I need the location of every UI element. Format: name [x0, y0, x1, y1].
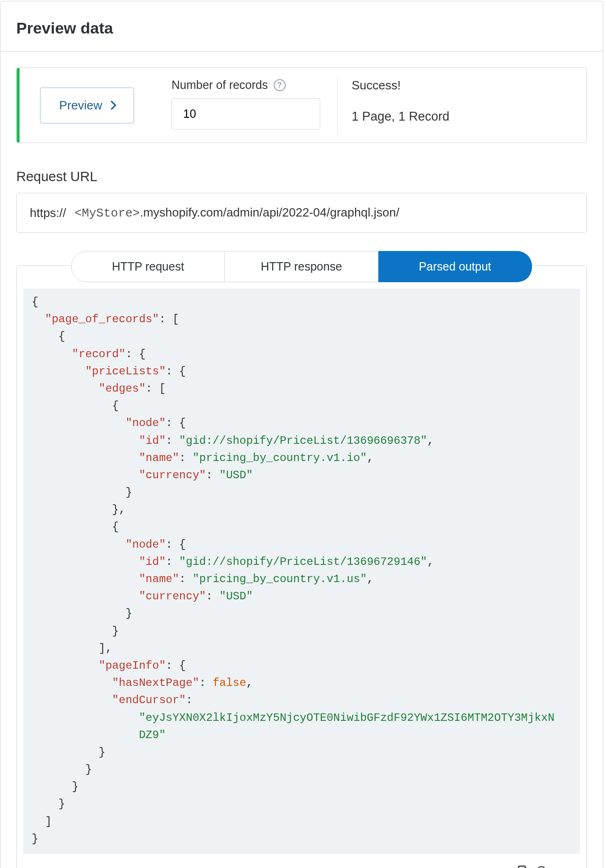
status-detail: 1 Page, 1 Record — [351, 109, 572, 124]
panel-header: Preview data — [0, 1, 603, 52]
json-key: "endCursor" — [112, 694, 186, 706]
request-url-scheme: https:// — [30, 206, 66, 220]
panel-title: Preview data — [16, 19, 587, 37]
json-key: "priceLists" — [85, 365, 166, 378]
request-url-path: .myshopify.com/admin/api/2022-04/graphql… — [140, 205, 399, 219]
preview-controls-row: Preview Number of records ? Success! 1 P… — [16, 68, 587, 143]
json-string: "gid://shopify/PriceList/13696729146" — [179, 556, 427, 568]
json-key: "pageInfo" — [99, 659, 166, 672]
json-bool: false — [213, 677, 246, 689]
request-url-section: Request URL https:// <MyStore>.myshopify… — [16, 169, 587, 233]
json-key: "name" — [139, 452, 179, 464]
number-of-records-input[interactable] — [171, 98, 320, 129]
json-string: "USD" — [219, 590, 253, 603]
tab-http-response[interactable]: HTTP response — [225, 251, 378, 282]
json-key: "node" — [126, 417, 166, 429]
copy-button-label: Copy — [537, 863, 565, 868]
copy-row: Copy — [17, 854, 586, 868]
request-url-title: Request URL — [16, 169, 587, 184]
number-of-records-label: Number of records — [171, 78, 268, 92]
json-string: "eyJsYXN0X2lkIjoxMzY5NjcyOTE0NiwibGFzdF9… — [139, 712, 554, 724]
json-string: "pricing_by_country.v1.io" — [193, 452, 367, 464]
status-cell: Success! 1 Page, 1 Record — [337, 68, 586, 142]
json-key: "hasNextPage" — [112, 677, 199, 689]
json-key: "edges" — [99, 382, 146, 395]
preview-button[interactable]: Preview — [40, 88, 134, 123]
request-url-box[interactable]: https:// <MyStore>.myshopify.com/admin/a… — [16, 193, 587, 233]
number-of-records-cell: Number of records ? — [155, 68, 337, 142]
json-key: "page_of_records" — [45, 313, 159, 326]
request-url-value: <MyStore>.myshopify.com/admin/api/2022-0… — [74, 205, 399, 220]
json-key: "currency" — [139, 469, 206, 481]
json-key: "id" — [139, 556, 166, 568]
json-string: "USD" — [219, 469, 253, 481]
json-string: "gid://shopify/PriceList/13696696378" — [179, 434, 427, 447]
parsed-output-code[interactable]: { "page_of_records": [ { "record": { "pr… — [23, 289, 580, 854]
json-key: "record" — [72, 348, 125, 360]
json-string: DZ9" — [139, 729, 166, 741]
preview-data-panel: Preview data Preview Number of records ?… — [0, 1, 603, 868]
tab-parsed-output[interactable]: Parsed output — [378, 251, 532, 282]
output-tabs: HTTP request HTTP response Parsed output — [17, 251, 586, 282]
preview-button-label: Preview — [59, 98, 102, 113]
help-icon[interactable]: ? — [274, 79, 286, 91]
json-key: "name" — [139, 573, 179, 585]
output-panel: HTTP request HTTP response Parsed output… — [16, 265, 587, 868]
copy-button[interactable]: Copy — [516, 863, 565, 868]
json-key: "currency" — [139, 590, 206, 603]
json-key: "id" — [139, 434, 166, 447]
number-of-records-label-row: Number of records ? — [171, 78, 320, 92]
request-url-placeholder-token: <MyStore> — [74, 206, 140, 220]
copy-icon — [516, 864, 530, 868]
json-key: "node" — [126, 538, 166, 551]
chevron-right-icon — [108, 101, 117, 110]
status-title: Success! — [351, 78, 572, 93]
tab-http-request[interactable]: HTTP request — [71, 251, 225, 282]
json-string: "pricing_by_country.v1.us" — [193, 573, 367, 585]
preview-button-cell: Preview — [20, 68, 155, 142]
